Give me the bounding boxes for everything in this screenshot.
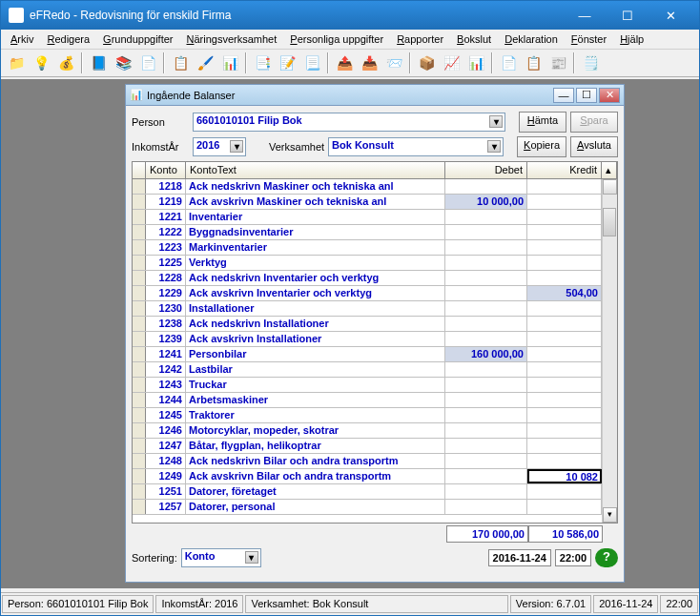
table-row[interactable]: 1223Markinventarier [133, 240, 617, 256]
table-row[interactable]: 1245Traktorer [133, 408, 617, 423]
menu-fönster[interactable]: Fönster [566, 31, 612, 47]
cell-konto[interactable]: 1249 [146, 469, 186, 483]
tool-paste-icon[interactable]: 📋 [169, 51, 192, 74]
cell-kredit[interactable] [527, 423, 602, 438]
cell-debet[interactable] [445, 500, 527, 514]
debet-header[interactable]: Debet [445, 162, 527, 178]
cell-konto[interactable]: 1219 [146, 195, 186, 209]
cell-kontotext[interactable]: Motorcyklar, mopeder, skotrar [186, 423, 445, 438]
cell-kredit[interactable] [527, 195, 602, 209]
child-minimize-button[interactable]: — [553, 88, 574, 103]
cell-kredit[interactable] [527, 210, 602, 224]
kredit-header[interactable]: Kredit [527, 162, 602, 178]
table-row[interactable]: 1230Installationer [133, 301, 617, 317]
menu-arkiv[interactable]: Arkiv [5, 31, 39, 47]
table-row[interactable]: 1242Lastbilar [133, 362, 617, 378]
cell-konto[interactable]: 1246 [146, 423, 186, 438]
help-icon[interactable]: ? [595, 548, 618, 567]
cell-debet[interactable] [445, 439, 527, 453]
tool-bars-icon[interactable]: 📊 [464, 51, 487, 74]
cell-kontotext[interactable]: Ack avskrivn Inventarier och verktyg [186, 286, 445, 300]
scroll-down-button[interactable]: ▾ [603, 507, 617, 523]
cell-kredit[interactable] [527, 408, 602, 422]
scroll-thumb[interactable] [603, 208, 616, 236]
cell-debet[interactable] [445, 362, 527, 377]
hamta-button[interactable]: Hämta [519, 112, 566, 133]
kontotext-header[interactable]: KontoText [186, 162, 445, 178]
tool-chart-icon[interactable]: 📊 [218, 51, 241, 74]
year-select[interactable]: 2016 [193, 137, 246, 156]
table-row[interactable]: 1221Inventarier [133, 210, 617, 225]
tool-graph-icon[interactable]: 📈 [440, 51, 463, 74]
cell-konto[interactable]: 1218 [146, 179, 186, 194]
menu-grunduppgifter[interactable]: Grunduppgifter [97, 31, 178, 47]
table-row[interactable]: 1248Ack nedskrivn Bilar och andra transp… [133, 454, 617, 469]
cell-kredit[interactable] [527, 362, 602, 377]
table-row[interactable]: 1229Ack avskrivn Inventarier och verktyg… [133, 286, 617, 301]
cell-konto[interactable]: 1245 [146, 408, 186, 422]
tool-doc3-icon[interactable]: 📰 [546, 51, 569, 74]
cell-konto[interactable]: 1242 [146, 362, 186, 377]
cell-debet[interactable]: 160 000,00 [445, 347, 527, 361]
table-row[interactable]: 1238Ack nedskrivn Installationer [133, 317, 617, 332]
maximize-button[interactable]: ☐ [607, 5, 649, 26]
cell-kontotext[interactable]: Ack nedskrivn Inventarier och verktyg [186, 271, 445, 285]
cell-debet[interactable] [445, 240, 527, 255]
cell-debet[interactable] [445, 393, 527, 407]
table-row[interactable]: 1218Ack nedskrivn Maskiner och tekniska … [133, 179, 617, 195]
tool-form2-icon[interactable]: 📝 [276, 51, 299, 74]
cell-kontotext[interactable]: Ack avskrivn Bilar och andra transportm [186, 469, 445, 483]
table-row[interactable]: 1219Ack avskrivn Maskiner och tekniska a… [133, 195, 617, 210]
cell-kontotext[interactable]: Ack nedskrivn Maskiner och tekniska anl [186, 179, 445, 194]
cell-debet[interactable] [445, 286, 527, 300]
table-row[interactable]: 1239Ack avskrivn Installationer [133, 332, 617, 347]
cell-kredit[interactable]: 10 082 [527, 469, 602, 483]
cell-kredit[interactable] [527, 317, 602, 331]
tool-export2-icon[interactable]: 📥 [358, 51, 381, 74]
tool-form3-icon[interactable]: 📃 [300, 51, 323, 74]
menu-hjälp[interactable]: Hjälp [614, 31, 649, 47]
cell-kontotext[interactable]: Personbilar [186, 347, 445, 361]
menu-näringsverksamhet[interactable]: Näringsverksamhet [181, 31, 283, 47]
tool-form1-icon[interactable]: 📑 [251, 51, 274, 74]
cell-kontotext[interactable]: Byggnadsinventarier [186, 225, 445, 239]
menu-deklaration[interactable]: Deklaration [499, 31, 564, 47]
menu-bokslut[interactable]: Bokslut [451, 31, 497, 47]
cell-kredit[interactable] [527, 484, 602, 499]
cell-debet[interactable]: 10 000,00 [445, 195, 527, 209]
cell-konto[interactable]: 1228 [146, 271, 186, 285]
table-row[interactable]: 1246Motorcyklar, mopeder, skotrar [133, 423, 617, 439]
cell-debet[interactable] [445, 210, 527, 224]
cell-kredit[interactable] [527, 454, 602, 468]
cell-debet[interactable] [445, 484, 527, 499]
cell-konto[interactable]: 1239 [146, 332, 186, 346]
cell-kredit[interactable] [527, 500, 602, 514]
tool-doc2-icon[interactable]: 📋 [522, 51, 545, 74]
menu-rapporter[interactable]: Rapporter [391, 31, 449, 47]
cell-kontotext[interactable]: Markinventarier [186, 240, 445, 255]
sortering-select[interactable]: Konto [181, 548, 261, 567]
tool-note-icon[interactable]: 🗒️ [579, 51, 602, 74]
cell-konto[interactable]: 1222 [146, 225, 186, 239]
cell-kontotext[interactable]: Verktyg [186, 256, 445, 270]
cell-konto[interactable]: 1243 [146, 378, 186, 392]
tool-box-icon[interactable]: 📦 [415, 51, 438, 74]
table-row[interactable]: 1244Arbetsmaskiner [133, 393, 617, 408]
tool-book1-icon[interactable]: 📘 [87, 51, 110, 74]
cell-debet[interactable] [445, 317, 527, 331]
table-row[interactable]: 1251Datorer, företaget [133, 484, 617, 500]
cell-kontotext[interactable]: Datorer, företaget [186, 484, 445, 499]
cell-kontotext[interactable]: Datorer, personal [186, 500, 445, 514]
cell-kredit[interactable] [527, 179, 602, 194]
cell-kredit[interactable] [527, 301, 602, 316]
table-row[interactable]: 1225Verktyg [133, 256, 617, 271]
konto-header[interactable]: Konto [146, 162, 186, 178]
cell-kredit[interactable] [527, 378, 602, 392]
avsluta-button[interactable]: Avsluta [570, 136, 618, 157]
close-button[interactable]: ✕ [649, 5, 691, 26]
child-close-button[interactable]: ✕ [599, 88, 620, 103]
tool-folder-icon[interactable]: 📁 [5, 51, 28, 74]
tool-brush-icon[interactable]: 🖌️ [194, 51, 216, 74]
cell-konto[interactable]: 1241 [146, 347, 186, 361]
cell-kontotext[interactable]: Arbetsmaskiner [186, 393, 445, 407]
